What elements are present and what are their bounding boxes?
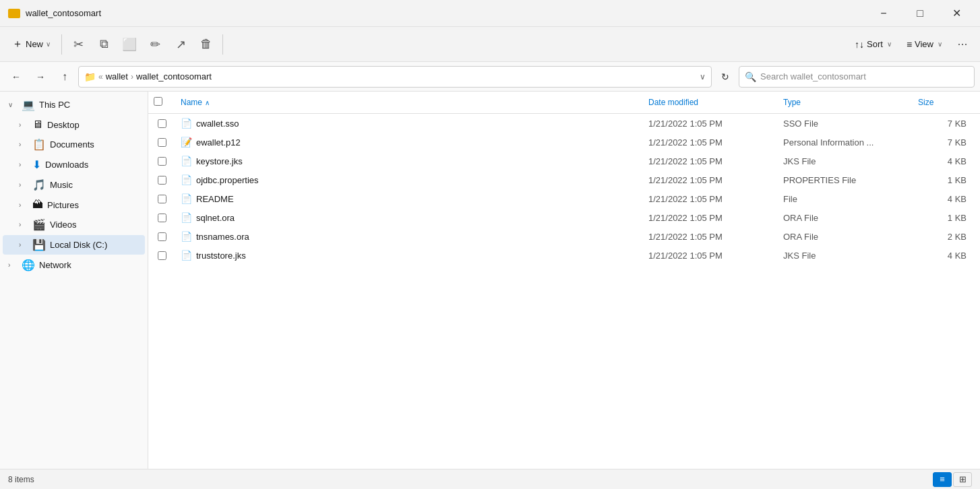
this-pc-chevron: ∨ <box>8 101 18 108</box>
size-col-label: Size <box>918 98 933 107</box>
row-checkbox[interactable] <box>158 138 166 147</box>
row-checkbox-cell <box>148 119 175 128</box>
grid-view-button[interactable]: ⊞ <box>953 472 972 487</box>
documents-chevron: › <box>19 141 28 148</box>
table-row[interactable]: 📄 sqlnet.ora 1/21/2022 1:05 PM ORA File … <box>148 208 980 227</box>
table-row[interactable]: 📄 README 1/21/2022 1:05 PM File 4 KB <box>148 189 980 208</box>
sort-arrow-indicator: ∧ <box>205 99 210 106</box>
file-type-icon: 📝 <box>181 137 192 148</box>
row-checkbox[interactable] <box>158 119 166 128</box>
table-row[interactable]: 📝 ewallet.p12 1/21/2022 1:05 PM Personal… <box>148 133 980 152</box>
more-button[interactable]: ··· <box>950 32 975 57</box>
table-row[interactable]: 📄 cwallet.sso 1/21/2022 1:05 PM SSO File… <box>148 114 980 133</box>
close-button[interactable]: ✕ <box>941 3 972 24</box>
file-type: SSO File <box>778 116 913 131</box>
row-checkbox-cell <box>148 138 175 147</box>
row-checkbox[interactable] <box>158 195 166 203</box>
row-name-cell: 📄 tnsnames.ora <box>175 228 643 244</box>
maximize-button[interactable]: □ <box>905 3 936 24</box>
row-checkbox[interactable] <box>158 251 166 260</box>
sort-button[interactable]: ↑↓ Sort ∨ <box>848 32 898 57</box>
back-button[interactable]: ← <box>5 66 27 88</box>
details-view-button[interactable]: ≡ <box>933 472 952 487</box>
sidebar-item-music[interactable]: › 🎵 Music <box>3 175 145 195</box>
sidebar-item-documents[interactable]: › 📋 Documents <box>3 135 145 154</box>
row-checkbox[interactable] <box>158 157 166 166</box>
header-date-col[interactable]: Date modified <box>643 95 778 110</box>
paste-button[interactable]: ⬜ <box>117 32 142 57</box>
header-type-col[interactable]: Type <box>778 95 913 110</box>
select-all-checkbox[interactable] <box>154 97 162 106</box>
more-icon: ··· <box>957 37 967 51</box>
cut-button[interactable]: ✂ <box>66 32 90 57</box>
file-type-icon: 📄 <box>181 212 192 223</box>
this-pc-label: This PC <box>39 100 140 110</box>
file-type-icon: 📄 <box>181 156 192 166</box>
share-icon: ↗ <box>176 37 186 52</box>
cut-icon: ✂ <box>73 37 84 52</box>
header-checkbox-col <box>148 94 175 110</box>
breadcrumb-wallet-contosomart: wallet_contosomart <box>136 71 212 82</box>
nav-bar: ← → ↑ 📁 « wallet › wallet_contosomart ∨ … <box>0 62 980 92</box>
music-label: Music <box>50 180 140 190</box>
videos-label: Videos <box>50 220 140 230</box>
file-date: 1/21/2022 1:05 PM <box>643 135 778 150</box>
table-row[interactable]: 📄 ojdbc.properties 1/21/2022 1:05 PM PRO… <box>148 170 980 189</box>
minimize-button[interactable]: − <box>868 3 899 24</box>
sidebar-item-videos[interactable]: › 🎬 Videos <box>3 215 145 234</box>
table-row[interactable]: 📄 keystore.jks 1/21/2022 1:05 PM JKS Fil… <box>148 152 980 170</box>
copy-icon: ⧉ <box>100 37 109 51</box>
sidebar-item-network[interactable]: › 🌐 Network <box>3 255 145 275</box>
sidebar-item-downloads[interactable]: › ⬇ Downloads <box>3 155 145 174</box>
rename-button[interactable]: ✏ <box>143 32 167 57</box>
row-checkbox[interactable] <box>158 232 166 241</box>
item-count: 8 items <box>8 475 34 484</box>
rename-icon: ✏ <box>150 37 160 52</box>
separator-2 <box>222 34 223 55</box>
breadcrumb-arrow: › <box>131 72 133 82</box>
table-row[interactable]: 📄 truststore.jks 1/21/2022 1:05 PM JKS F… <box>148 246 980 265</box>
forward-button[interactable]: → <box>30 66 51 88</box>
address-bar[interactable]: 📁 « wallet › wallet_contosomart ∨ <box>78 66 712 88</box>
search-bar[interactable]: 🔍 Search wallet_contosomart <box>739 66 975 88</box>
file-type: PROPERTIES File <box>778 172 913 188</box>
delete-button[interactable]: 🗑 <box>194 32 218 57</box>
sort-chevron: ∨ <box>887 40 892 48</box>
view-label: View <box>915 39 933 49</box>
share-button[interactable]: ↗ <box>169 32 193 57</box>
toolbar-right: ↑↓ Sort ∨ ≡ View ∨ ··· <box>848 32 975 57</box>
sidebar-item-this-pc[interactable]: ∨ 💻 This PC <box>3 95 145 115</box>
sidebar-item-desktop[interactable]: › 🖥 Desktop <box>3 115 145 134</box>
folder-icon: 📁 <box>84 71 96 82</box>
title-bar-left: wallet_contosomart <box>8 8 101 18</box>
row-checkbox-cell <box>148 232 175 241</box>
sort-arrow-icon: ↑↓ <box>855 39 864 50</box>
sidebar-item-local-disk[interactable]: › 💾 Local Disk (C:) <box>3 235 145 255</box>
row-checkbox[interactable] <box>158 176 166 185</box>
music-icon: 🎵 <box>32 178 46 191</box>
music-chevron: › <box>19 181 28 189</box>
file-type: ORA File <box>778 229 913 244</box>
file-name: ojdbc.properties <box>196 175 259 185</box>
file-size: 1 KB <box>913 172 980 188</box>
address-chevron: ∨ <box>700 72 706 82</box>
new-button[interactable]: ＋ New ∨ <box>5 30 57 59</box>
sidebar-item-pictures[interactable]: › 🏔 Pictures <box>3 195 145 214</box>
refresh-button[interactable]: ↻ <box>714 66 736 88</box>
view-lines-icon: ≡ <box>907 39 912 50</box>
file-date: 1/21/2022 1:05 PM <box>643 210 778 226</box>
row-name-cell: 📄 README <box>175 191 643 207</box>
file-name: sqlnet.ora <box>196 213 235 223</box>
copy-button[interactable]: ⧉ <box>92 32 116 57</box>
up-button[interactable]: ↑ <box>54 66 75 88</box>
table-row[interactable]: 📄 tnsnames.ora 1/21/2022 1:05 PM ORA Fil… <box>148 227 980 246</box>
file-size: 7 KB <box>913 135 980 150</box>
separator-1 <box>61 34 62 55</box>
local-disk-chevron: › <box>19 241 28 249</box>
view-button[interactable]: ≡ View ∨ <box>900 32 949 57</box>
header-size-col[interactable]: Size <box>913 95 980 110</box>
header-name-col[interactable]: Name ∧ <box>175 95 643 110</box>
row-checkbox[interactable] <box>158 214 166 222</box>
row-checkbox-cell <box>148 176 175 185</box>
row-name-cell: 📝 ewallet.p12 <box>175 134 643 150</box>
